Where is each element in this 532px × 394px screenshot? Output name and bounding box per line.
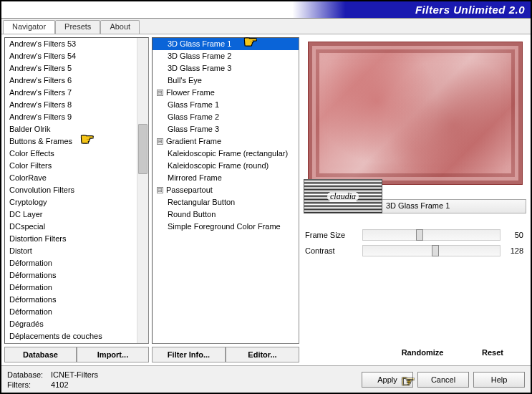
category-item[interactable]: Distort	[5, 245, 148, 257]
statusbar: Database: ICNET-Filters Filters: 4102 Ap…	[1, 365, 531, 393]
param-value: 50	[500, 231, 525, 239]
category-item[interactable]: Balder Olrik	[5, 123, 148, 135]
help-button[interactable]: Help	[473, 372, 525, 388]
filter-item[interactable]: Simple Foreground Color Frame	[153, 221, 299, 233]
filter-item-label: 3D Glass Frame 3	[168, 63, 231, 74]
app-title: Filters Unlimited 2.0	[415, 4, 525, 16]
filter-item[interactable]: 3D Glass Frame 2	[153, 50, 299, 62]
filter-item[interactable]: Glass Frame 2	[153, 111, 299, 123]
filter-item[interactable]: ⊞Flower Frame	[153, 87, 299, 99]
category-item[interactable]: Déformation	[5, 306, 148, 318]
category-item[interactable]: Cryptology	[5, 196, 148, 208]
filter-item-label: 3D Glass Frame 2	[168, 51, 231, 62]
reset-button[interactable]: Reset	[460, 345, 525, 360]
filter-item-label: Kaleidoscopic Frame (round)	[168, 160, 269, 171]
filter-item-label: Rectangular Button	[168, 197, 235, 208]
filter-item-label: Glass Frame 3	[168, 124, 219, 135]
watermark: claudia	[304, 179, 382, 213]
category-item[interactable]: Andrew's Filters 54	[5, 50, 148, 62]
category-item[interactable]: Déformation	[5, 257, 148, 269]
category-item[interactable]: Color Effects	[5, 148, 148, 160]
status-db-value: ICNET-Filters	[51, 370, 98, 379]
slider-thumb[interactable]	[432, 245, 439, 256]
scroll-thumb[interactable]	[138, 124, 147, 174]
tab-presets[interactable]: Presets	[55, 20, 100, 34]
filter-item[interactable]: Glass Frame 1	[153, 99, 299, 111]
category-item[interactable]: Andrew's Filters 7	[5, 87, 148, 99]
filter-item-label: Gradient Frame	[166, 136, 221, 147]
tab-about[interactable]: About	[100, 20, 140, 34]
filter-item[interactable]: Mirrored Frame	[153, 172, 299, 184]
cancel-button[interactable]: Cancel	[417, 372, 469, 388]
database-button[interactable]: Database	[4, 347, 77, 362]
filter-item[interactable]: Rectangular Button	[153, 196, 299, 208]
expand-icon: ⊞	[157, 187, 163, 193]
filter-item[interactable]: ⊞Gradient Frame	[153, 135, 299, 148]
status-db-label: Database:	[7, 370, 49, 380]
param-value: 128	[500, 246, 525, 255]
param-label: Contrast	[305, 246, 362, 255]
expand-icon: ⊞	[157, 138, 163, 145]
category-item[interactable]: DCspecial	[5, 221, 148, 233]
filter-item-label: Mirrored Frame	[168, 173, 222, 183]
tabs: Navigator Presets About	[1, 19, 531, 34]
filter-item-label: Kaleidoscopic Frame (rectangular)	[168, 148, 288, 159]
filterinfo-button[interactable]: Filter Info...	[152, 347, 226, 362]
filter-item[interactable]: 3D Glass Frame 3	[153, 62, 299, 75]
category-item[interactable]: Déplacements de couches	[5, 330, 148, 342]
filter-item-label: Flower Frame	[166, 87, 215, 98]
apply-button[interactable]: Apply	[362, 372, 413, 388]
filter-item[interactable]: Bull's Eye	[153, 75, 299, 87]
param-label: Frame Size	[305, 231, 362, 239]
randomize-button[interactable]: Randomize	[390, 345, 455, 360]
status-filters-label: Filters:	[7, 380, 49, 390]
category-item[interactable]: Andrew's Filters 5	[5, 62, 148, 75]
filter-item-label: Bull's Eye	[168, 75, 202, 86]
param-slider[interactable]	[362, 229, 500, 241]
filter-item[interactable]: Kaleidoscopic Frame (round)	[153, 160, 299, 172]
preview-area	[302, 37, 528, 195]
expand-icon: ⊞	[157, 90, 163, 96]
slider-thumb[interactable]	[416, 229, 423, 241]
tab-navigator[interactable]: Navigator	[3, 20, 55, 34]
category-item[interactable]: Convolution Filters	[5, 184, 148, 196]
filter-item[interactable]: Round Button	[153, 208, 299, 221]
param-slider[interactable]	[362, 245, 500, 256]
category-item[interactable]: Déformation	[5, 282, 148, 294]
category-item[interactable]: Distortion Filters	[5, 233, 148, 245]
filter-item[interactable]: ⊞Passepartout	[153, 184, 299, 196]
category-scrollbar[interactable]	[137, 38, 148, 343]
preview-image	[308, 42, 523, 185]
category-item[interactable]: Andrew's Filters 53	[5, 38, 148, 50]
filter-item-label: Glass Frame 1	[168, 100, 219, 110]
category-item[interactable]: ColorRave	[5, 172, 148, 184]
filter-item[interactable]: Kaleidoscopic Frame (rectangular)	[153, 148, 299, 160]
category-item[interactable]: Déformations	[5, 294, 148, 306]
category-item[interactable]: Andrew's Filters 9	[5, 111, 148, 123]
category-item[interactable]: Andrew's Filters 6	[5, 75, 148, 87]
category-item[interactable]: Color Filters	[5, 160, 148, 172]
filter-list[interactable]: 3D Glass Frame 13D Glass Frame 23D Glass…	[152, 37, 299, 344]
filter-item[interactable]: 3D Glass Frame 1	[153, 38, 299, 50]
status-filters-value: 4102	[51, 380, 68, 389]
filter-item-label: Round Button	[168, 209, 216, 220]
filter-item-label: 3D Glass Frame 1	[168, 39, 231, 49]
import-button[interactable]: Import...	[77, 347, 149, 362]
category-item[interactable]: Déformations	[5, 269, 148, 282]
filter-item-label: Simple Foreground Color Frame	[168, 221, 281, 232]
editor-button[interactable]: Editor...	[226, 347, 299, 362]
category-item[interactable]: DC Layer	[5, 208, 148, 221]
titlebar: Filters Unlimited 2.0	[1, 1, 531, 19]
filter-item-label: Glass Frame 2	[168, 112, 219, 122]
category-list[interactable]: Andrew's Filters 53Andrew's Filters 54An…	[4, 37, 149, 344]
category-item[interactable]: Andrew's Filters 8	[5, 99, 148, 111]
selected-filter-name: 3D Glass Frame 1	[381, 199, 526, 213]
category-item[interactable]: Buttons & Frames	[5, 135, 148, 148]
category-item[interactable]: Dégradés	[5, 318, 148, 330]
filter-item[interactable]: Glass Frame 3	[153, 123, 299, 135]
filter-item-label: Passepartout	[166, 185, 213, 196]
